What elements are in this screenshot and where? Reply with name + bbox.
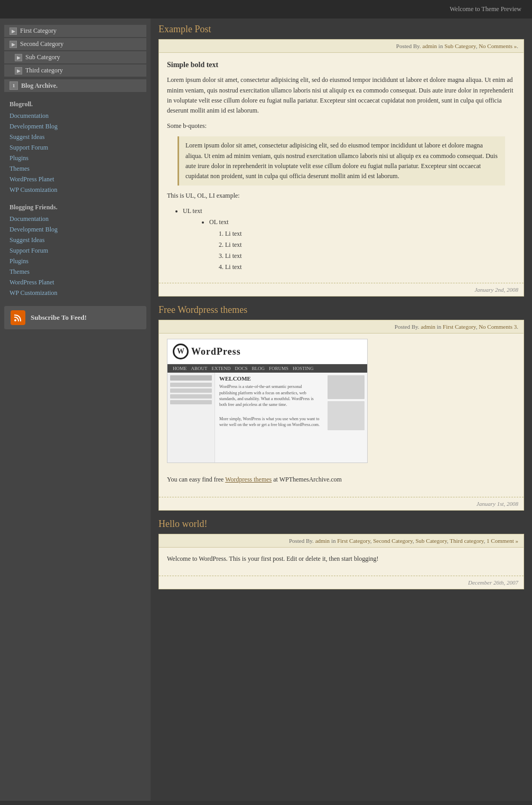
post-2-box: Posted By. admin in First Category, No C… xyxy=(158,320,524,510)
post-2-image: W WordPress HOME ABOUT EXTEND DOCS BLOG … xyxy=(159,334,524,468)
post-3-cat1[interactable]: First Category xyxy=(337,538,370,544)
list-item[interactable]: WordPress Planet xyxy=(0,277,151,288)
list-item: OL text xyxy=(209,217,516,227)
list-item[interactable]: Documentation xyxy=(0,214,151,224)
post-1-footer: January 2nd, 2008 xyxy=(159,283,524,296)
friends-link-suggest[interactable]: Suggest Ideas xyxy=(10,236,44,244)
category-item-first[interactable]: ▶ First Category xyxy=(4,25,146,37)
post-2-author[interactable]: admin xyxy=(421,323,436,330)
wordpress-themes-link[interactable]: Wordpress themes xyxy=(225,476,272,483)
category-link-second[interactable]: Second Category xyxy=(20,40,63,48)
friends-link-themes[interactable]: Themes xyxy=(10,268,30,275)
cat-arrow-icon: ▶ xyxy=(10,27,17,35)
list-item[interactable]: Plugins xyxy=(0,256,151,266)
blogroll-list: Documentation Development Blog Suggest I… xyxy=(0,110,151,195)
category-item-sub[interactable]: ▶ Sub Category xyxy=(4,51,146,63)
blogging-friends-list: Documentation Development Blog Suggest I… xyxy=(0,214,151,298)
list-item[interactable]: Suggest Ideas xyxy=(0,132,151,142)
wp-nav-blog: BLOG xyxy=(252,366,265,371)
list-item[interactable]: Support Forum xyxy=(0,142,151,153)
blog-archive-label: Blog Archive. xyxy=(21,82,58,90)
category-link-sub[interactable]: Sub Category xyxy=(25,53,60,61)
subscribe-bar[interactable]: Subscribe To Feed! xyxy=(4,306,146,329)
post-1-li-list: Li text Li text Li text Li text xyxy=(225,229,516,273)
post-3-comments[interactable]: 1 Comment » xyxy=(487,538,518,544)
blogroll-link-wpcu[interactable]: WP Customization xyxy=(10,186,58,193)
post-3-meta: Posted By. admin in First Category, Seco… xyxy=(159,534,524,548)
post-3-title[interactable]: Hello world! xyxy=(158,519,524,530)
category-link-first[interactable]: First Category xyxy=(20,27,57,35)
post-3-cat4[interactable]: Third category xyxy=(450,538,483,544)
list-item[interactable]: Development Blog xyxy=(0,121,151,132)
post-2-title[interactable]: Free Wordpress themes xyxy=(158,304,524,316)
list-item: Li text xyxy=(225,262,516,272)
post-1-comments[interactable]: No Comments » xyxy=(479,43,517,49)
wp-nav-about: ABOUT xyxy=(191,366,208,371)
post-3-author[interactable]: admin xyxy=(315,538,330,544)
post-meta-prefix: Posted By. xyxy=(395,323,419,330)
blogroll-link[interactable]: Development Blog xyxy=(10,123,58,130)
blogroll-section: Blogroll. Documentation Development Blog… xyxy=(0,95,151,198)
list-item[interactable]: Suggest Ideas xyxy=(0,235,151,245)
post-2-meta: Posted By. admin in First Category, No C… xyxy=(159,320,524,334)
blogroll-link-plugins[interactable]: Plugins xyxy=(10,154,29,162)
friends-link-wpcu[interactable]: WP Customization xyxy=(10,289,58,297)
post-1-heading: Simple bold text xyxy=(167,59,516,71)
wp-body: WELCOME WordPress is a state-of-the-art … xyxy=(167,373,367,462)
post-1-author[interactable]: admin xyxy=(423,43,437,49)
list-item[interactable]: WP Customization xyxy=(0,288,151,298)
sidebar: ▶ First Category ▶ Second Category ▶ Sub… xyxy=(0,18,151,801)
friends-link[interactable]: Development Blog xyxy=(10,226,58,233)
post-3-cat2[interactable]: Second Category xyxy=(373,538,413,544)
post-1-category[interactable]: Sub Category xyxy=(444,43,475,49)
list-item[interactable]: Themes xyxy=(0,266,151,277)
list-item[interactable]: Themes xyxy=(0,163,151,174)
wp-para: WordPress is a state-of-the-art semantic… xyxy=(219,384,321,408)
categories-list: ▶ First Category ▶ Second Category ▶ Sub… xyxy=(0,25,151,77)
list-item: Li text xyxy=(225,240,516,250)
list-item: UL text xyxy=(183,206,516,216)
friends-link-plugins[interactable]: Plugins xyxy=(10,257,29,265)
post-3-text: Welcome to WordPress. This is your first… xyxy=(167,554,516,564)
category-link-third[interactable]: Third category xyxy=(25,67,63,75)
post-1-title[interactable]: Example Post xyxy=(158,24,524,35)
list-item[interactable]: Development Blog xyxy=(0,224,151,235)
list-item[interactable]: Documentation xyxy=(0,110,151,121)
post-1-content: Simple bold text Lorem ipsum dolor sit a… xyxy=(159,53,524,283)
friends-link-support[interactable]: Support Forum xyxy=(10,247,48,254)
category-item-second[interactable]: ▶ Second Category xyxy=(4,38,146,50)
blogroll-link-support[interactable]: Support Forum xyxy=(10,144,48,151)
post-3-footer: December 26th, 2007 xyxy=(159,576,524,589)
list-item: Li text xyxy=(225,229,516,239)
post-1-bquote-intro: Some b-quotes: xyxy=(167,121,516,131)
list-item[interactable]: Support Forum xyxy=(0,245,151,256)
friends-link-wp[interactable]: WordPress Planet xyxy=(10,279,54,286)
blogroll-link[interactable]: Documentation xyxy=(10,112,49,119)
post-1-ul: UL text OL text Li text Li text Li text … xyxy=(183,206,516,272)
wp-nav: HOME ABOUT EXTEND DOCS BLOG FORUMS HOSTI… xyxy=(167,364,367,373)
post-meta-prefix: Posted By. xyxy=(289,538,314,544)
post-2-comments[interactable]: No Comments 3 xyxy=(479,323,517,330)
post-3-cat3[interactable]: Sub Category xyxy=(415,538,446,544)
rss-icon xyxy=(11,310,25,325)
post-2-category[interactable]: First Category xyxy=(443,323,476,330)
list-item[interactable]: WP Customization xyxy=(0,184,151,195)
subscribe-label: Subscribe To Feed! xyxy=(31,313,87,322)
list-item[interactable]: Plugins xyxy=(0,153,151,163)
category-item-third[interactable]: ▶ Third category xyxy=(4,64,146,77)
post-1-box: Posted By. admin in Sub Category, No Com… xyxy=(158,39,524,297)
list-item: Li text xyxy=(225,251,516,261)
blogroll-link-themes[interactable]: Themes xyxy=(10,165,30,172)
archive-num: 1 xyxy=(10,81,18,90)
post-3: Hello world! Posted By. admin in First C… xyxy=(158,519,524,589)
wp-nav-docs: DOCS xyxy=(235,366,248,371)
post-1-meta: Posted By. admin in Sub Category, No Com… xyxy=(159,40,524,53)
blog-archive-section: 1 Blog Archive. xyxy=(0,79,151,92)
blogroll-link-suggest[interactable]: Suggest Ideas xyxy=(10,133,44,141)
friends-link[interactable]: Documentation xyxy=(10,215,49,223)
site-header: Welcome to Theme Preview xyxy=(0,0,532,18)
post-1-ol: OL text Li text Li text Li text Li text xyxy=(199,217,516,272)
list-item[interactable]: WordPress Planet xyxy=(0,174,151,184)
welcome-text: Welcome to Theme Preview xyxy=(450,5,521,13)
blogroll-link-wp[interactable]: WordPress Planet xyxy=(10,175,54,183)
